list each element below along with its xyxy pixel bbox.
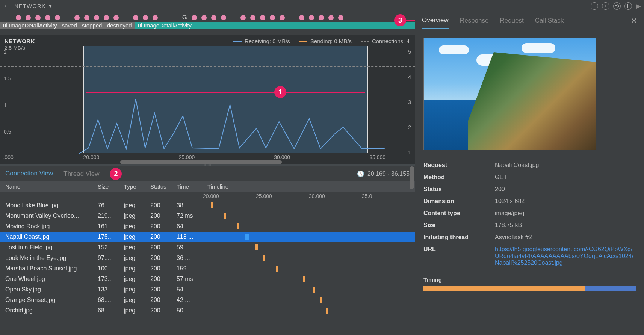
bottom-tabs: Connection View Thread View 2 🕓 20.169 -… [0,166,415,181]
cell-time: 38 ... [177,202,203,209]
event-dot [113,15,119,20]
cell-name: One Wheel.jpg [0,276,98,282]
event-dot [211,15,216,20]
pause-button[interactable]: ⏸ [624,2,632,10]
tab-response[interactable]: Response [460,13,489,29]
profiler-title: NETWORK [14,3,46,9]
cell-type: jpeg [124,244,150,251]
cell-name: Monument Valley Overloo... [0,213,98,219]
tab-request[interactable]: Request [500,13,523,29]
cell-size: 76.... [98,202,124,209]
tab-connection-view[interactable]: Connection View [5,166,53,181]
cell-name: Lost in a Field.jpg [0,244,98,251]
field-dimension-value: 1024 x 682 [495,198,636,205]
field-status-label: Status [423,186,495,193]
tab-overview[interactable]: Overview [422,12,449,29]
cell-status: 200 [150,276,177,282]
cell-status: 200 [150,286,177,293]
table-row[interactable]: Lost in a Field.jpg152...jpeg20059 ... [0,242,415,253]
cell-name: Look Me in the Eye.jpg [0,255,98,261]
table-header: Name Size Type Status Time Timeline [0,181,415,192]
field-method-value: GET [495,174,636,181]
table-row[interactable]: Orange Sunset.jpg68....jpeg20042 ... [0,295,415,305]
cell-timeline [203,255,415,261]
cell-timeline [203,223,415,229]
col-type[interactable]: Type [124,183,150,190]
table-row[interactable]: Marshall Beach Sunset.jpg100...jpeg20015… [0,263,415,274]
detail-tabs: 3 Overview Response Request Call Stack ✕ [415,12,644,29]
cell-status: 200 [150,234,177,240]
cell-time: 64 ... [177,223,203,230]
legend-sending: Sending: 0 MB/s [310,38,352,44]
event-dot [16,15,21,20]
cell-type: jpeg [124,276,150,282]
table-row[interactable]: Look Me in the Eye.jpg97....jpeg20036 ..… [0,253,415,263]
horizontal-scrollbar[interactable] [120,160,282,164]
event-dot [309,15,314,20]
field-size-label: Size [423,222,495,229]
response-preview-image [423,38,596,150]
reset-zoom-button[interactable]: ⟲ [613,2,621,10]
cell-status: 200 [150,202,177,209]
vertical-scrollbar[interactable] [410,166,414,335]
chart-legend: Receiving: 0 MB/s Sending: 0 MB/s Connec… [233,38,410,44]
callout-badge: 1 [274,86,286,98]
cell-name: Open Sky.jpg [0,286,98,293]
event-dot [74,15,80,20]
table-row[interactable]: Moving Rock.jpg161 ...jpeg20064 ... [0,221,415,232]
table-row[interactable]: Open Sky.jpg133...jpeg20054 ... [0,284,415,295]
event-dot [201,15,207,20]
table-row[interactable]: Monument Valley Overloo...219...jpeg2007… [0,211,415,221]
event-dot [153,15,158,20]
col-status[interactable]: Status [150,183,177,190]
field-url-value[interactable]: https://lh5.googleusercontent.com/-CG62Q… [495,246,636,266]
field-method-label: Method [423,174,495,181]
tab-thread-view[interactable]: Thread View [63,167,99,181]
network-chart[interactable]: NETWORK 2.5 MB/s Receiving: 0 MB/s Sendi… [0,35,415,164]
go-live-button[interactable]: ▶ [636,2,641,10]
cell-name: Moving Rock.jpg [0,223,98,230]
activity-current: ui.ImageDetailActivity [135,22,415,29]
zoom-out-button[interactable]: − [591,2,598,10]
event-dot [35,15,41,20]
event-dot [299,15,304,20]
field-dimension-label: Dimension [423,198,495,205]
clock-icon: 🕓 [357,170,364,177]
cell-name: Orange Sunset.jpg [0,297,98,303]
cell-time: 54 ... [177,286,203,293]
col-time[interactable]: Time [177,183,203,190]
event-dot [328,15,334,20]
back-button[interactable]: ← [3,2,10,10]
timing-label: Timing [423,276,636,283]
table-row[interactable]: Orchid.jpg68....jpeg20050 ... [0,305,415,316]
cell-size: 97.... [98,255,124,261]
close-button[interactable]: ✕ [631,16,637,25]
field-status-value: 200 [495,186,636,193]
cell-timeline [203,234,415,240]
cell-timeline [203,266,415,272]
table-row[interactable]: Napali Coast.jpg175...jpeg200113 ... [0,232,415,242]
cell-status: 200 [150,265,177,272]
cell-name: Mono Lake Blue.jpg [0,202,98,209]
cell-time: 72 ms [177,213,203,219]
table-row[interactable]: Mono Lake Blue.jpg76....jpeg20038 ... [0,200,415,211]
connection-table[interactable]: Mono Lake Blue.jpg76....jpeg20038 ...Mon… [0,200,415,335]
tab-callstack[interactable]: Call Stack [535,13,564,29]
event-dot [221,15,226,20]
col-name[interactable]: Name [0,183,98,190]
cell-type: jpeg [124,213,150,219]
cell-type: jpeg [124,255,150,261]
cell-type: jpeg [124,297,150,303]
field-url-label: URL [423,246,495,266]
cell-time: 113 ... [177,234,203,240]
col-size[interactable]: Size [98,183,124,190]
cell-timeline [203,244,415,250]
cell-timeline [203,287,415,293]
zoom-in-button[interactable]: + [602,2,609,10]
cell-time: 36 ... [177,255,203,261]
col-timeline[interactable]: Timeline [203,183,415,190]
table-row[interactable]: One Wheel.jpg173...jpeg20057 ms [0,274,415,284]
profiler-dropdown[interactable]: NETWORK ▾ [14,3,52,9]
cell-name: Orchid.jpg [0,307,98,314]
cell-type: jpeg [124,265,150,272]
